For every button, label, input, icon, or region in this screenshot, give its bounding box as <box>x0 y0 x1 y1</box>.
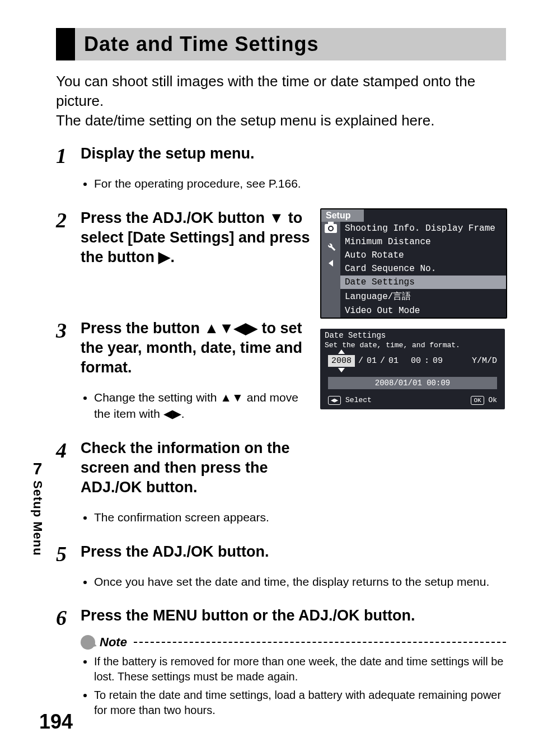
step-2: 2 Press the ADJ./OK button ▼ to select [… <box>56 208 310 267</box>
step-bullet: The confirmation screen appears. <box>94 509 310 525</box>
text-fragment: Change the setting with <box>94 391 220 404</box>
menu-item: Shooting Info. Display Frame <box>340 222 506 235</box>
select-label: Select <box>345 396 372 404</box>
ok-key-icon: OK <box>471 396 484 405</box>
header-marker <box>56 28 75 60</box>
format-value: Y/M/D <box>472 356 497 366</box>
separator: / <box>380 356 385 366</box>
triangle-up-icon <box>338 349 345 354</box>
note-item: If the battery is removed for more than … <box>94 654 506 684</box>
date-settings-screenshot: Date Settings Set the date, time, and fo… <box>320 329 505 409</box>
triangle-down-icon <box>338 368 345 372</box>
step-number: 6 <box>56 606 81 628</box>
date-preview: 2008/01/01 00:09 <box>328 377 497 389</box>
step-bullet: For the operating procedure, see P.166. <box>94 175 506 192</box>
note-label: Note <box>100 635 127 650</box>
note-heading-row: Note <box>81 635 506 650</box>
note-list: If the battery is removed for more than … <box>81 654 506 718</box>
setup-tab-label: Setup <box>321 209 364 222</box>
menu-item: Minimum Distance <box>340 235 506 249</box>
step-5: 5 Press the ADJ./OK button. Once you hav… <box>56 542 506 601</box>
chapter-number: 7 <box>33 459 43 478</box>
chapter-label: Setup Menu <box>30 480 45 556</box>
dialog-subtitle: Set the date, time, and format. <box>320 341 505 355</box>
step-title: Check the information on the screen and … <box>81 438 310 497</box>
step-title: Press the ADJ./OK button ▼ to select [Da… <box>81 208 310 267</box>
step-title: Press the ADJ./OK button. <box>81 542 506 562</box>
step-title: Press the MENU button or the ADJ./OK but… <box>81 606 506 626</box>
setup-menu-screenshot: Setup Shooting Info. Display Frame Minim… <box>320 208 507 319</box>
camera-icon <box>325 224 337 233</box>
menu-item-selected: Date Settings <box>340 276 506 289</box>
intro-line1: You can shoot still images with the time… <box>56 73 475 109</box>
step-4: 4 Check the information on the screen an… <box>56 438 310 538</box>
select-hint: ◀▶ Select <box>328 396 372 405</box>
step-3: 3 Press the button ▲▼◀▶ to set the year,… <box>56 319 310 434</box>
date-input-row: 2008 / 01 / 01 00 : 09 Y/M/D <box>320 355 505 367</box>
minute-value: 09 <box>433 356 443 366</box>
section-header: Date and Time Settings <box>56 28 506 60</box>
menu-item: Language/言語 <box>340 289 506 304</box>
step-title: Press the button ▲▼◀▶ to set the year, m… <box>81 319 310 377</box>
page-title: Date and Time Settings <box>84 32 318 55</box>
step-1: 1 Display the setup menu. For the operat… <box>56 144 506 203</box>
step-bullet: Change the setting with ▲▼ and move the … <box>94 389 310 422</box>
colon: : <box>424 356 429 366</box>
text-fragment: Press the button <box>81 320 204 337</box>
page-number: 194 <box>39 710 73 734</box>
ok-label: Ok <box>488 396 497 404</box>
text-fragment: . <box>181 407 185 420</box>
hour-value: 00 <box>411 356 421 366</box>
text-fragment: . <box>170 249 175 265</box>
arrow-keys-icon: ◀▶ <box>328 396 341 405</box>
step-bullet: Once you have set the date and time, the… <box>94 573 506 590</box>
step-number: 5 <box>56 542 81 564</box>
step-number: 1 <box>56 144 81 166</box>
intro-line2: The date/time setting on the setup menu … <box>56 112 434 129</box>
day-value: 01 <box>388 356 399 366</box>
step-6: 6 Press the MENU button or the ADJ./OK b… <box>56 606 506 628</box>
menu-item: Video Out Mode <box>340 304 506 318</box>
step-number: 2 <box>56 208 81 231</box>
ok-hint: OK Ok <box>471 396 497 405</box>
note-divider <box>134 642 506 643</box>
menu-item: Card Sequence No. <box>340 262 506 276</box>
text-fragment: Press the ADJ./OK button <box>81 209 269 226</box>
menu-item: Auto Rotate <box>340 249 506 262</box>
step-title: Display the setup menu. <box>81 144 506 164</box>
setup-menu-items: Shooting Info. Display Frame Minimum Dis… <box>340 222 506 318</box>
separator: / <box>358 356 363 366</box>
step-number: 4 <box>56 438 81 461</box>
month-value: 01 <box>367 356 377 366</box>
step-number: 3 <box>56 319 81 341</box>
wrench-icon <box>325 241 336 252</box>
year-value: 2008 <box>331 356 352 366</box>
intro-text: You can shoot still images with the time… <box>56 72 506 130</box>
note-icon <box>81 635 95 650</box>
note-item: To retain the date and time settings, lo… <box>94 688 506 718</box>
dialog-title: Date Settings <box>320 329 505 341</box>
side-tab: 7 Setup Menu <box>30 459 45 556</box>
year-field: 2008 <box>328 355 355 367</box>
triangle-left-icon <box>329 260 333 267</box>
